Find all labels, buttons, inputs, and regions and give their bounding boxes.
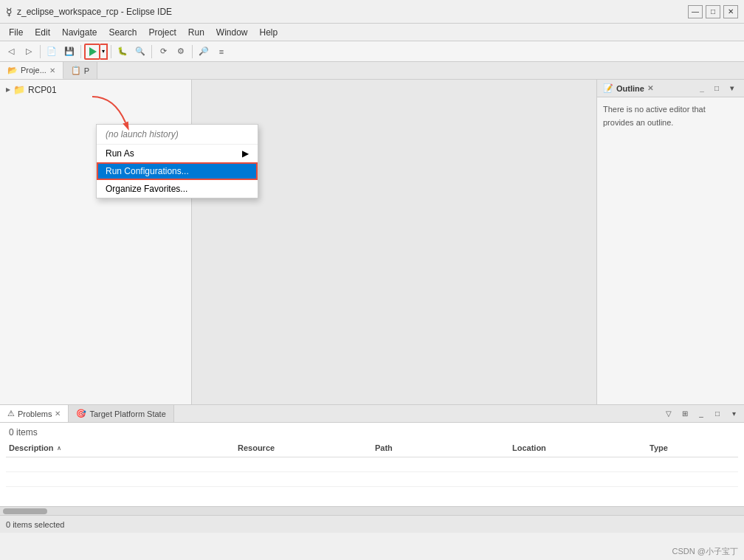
- menu-search[interactable]: Search: [103, 26, 142, 39]
- bottom-panel: ⚠ Problems ✕ 🎯 Target Platform State ▽ ⊞…: [0, 404, 744, 515]
- tab-p[interactable]: 📋 P: [63, 62, 97, 79]
- toolbar-save-btn[interactable]: 💾: [61, 44, 78, 60]
- col-description-label: Description: [9, 443, 54, 452]
- window-title: z_eclipse_workspace_rcp - Eclipse IDE: [17, 7, 688, 17]
- tab-projects-close[interactable]: ✕: [49, 66, 55, 75]
- col-resource-label: Resource: [238, 443, 275, 452]
- app-icon: ☿: [6, 6, 13, 18]
- run-dropdown-arrow[interactable]: ▾: [100, 44, 108, 60]
- toolbar-sep-5: [192, 45, 193, 58]
- menu-project[interactable]: Project: [142, 26, 182, 39]
- target-label: Target Platform State: [89, 409, 165, 418]
- col-path: Path: [372, 442, 509, 454]
- outline-panel-icons: _ □ ▾: [695, 82, 738, 95]
- toolbar-debug-btn[interactable]: 🐛: [114, 44, 131, 60]
- table-cell: [509, 457, 647, 471]
- outline-icon: 📝: [603, 83, 613, 93]
- outline-view-menu-btn[interactable]: ▾: [725, 82, 738, 95]
- col-type-label: Type: [650, 443, 668, 452]
- dropdown-run-config-label: Run Configurations...: [106, 166, 189, 176]
- table-cell: [647, 472, 738, 486]
- target-icon: 🎯: [76, 409, 86, 418]
- outline-title: Outline: [616, 84, 644, 93]
- col-description: Description ∧: [6, 442, 235, 454]
- table-cell: [509, 472, 647, 486]
- table-row: [6, 472, 738, 487]
- scrollbar-area[interactable]: [0, 506, 744, 515]
- sort-arrow-icon: ∧: [57, 445, 61, 452]
- run-button[interactable]: [84, 44, 100, 60]
- minimize-button[interactable]: —: [688, 5, 703, 18]
- toolbar-config-btn[interactable]: ⚙: [173, 44, 189, 60]
- col-location: Location: [509, 442, 647, 454]
- outline-maximize-btn[interactable]: □: [710, 82, 723, 95]
- menu-window[interactable]: Window: [210, 26, 254, 39]
- tree-arrow-icon: ▶: [6, 86, 10, 93]
- tree-item-rcp01[interactable]: ▶ 📁 RCP01: [0, 83, 191, 97]
- problems-label: Problems: [18, 409, 52, 418]
- problems-icon: ⚠: [7, 409, 15, 418]
- toolbar-sep-2: [80, 45, 81, 58]
- dropdown-organize-label: Organize Favorites...: [106, 184, 187, 194]
- tree-folder-icon: 📁: [13, 84, 25, 95]
- dropdown-run-as-label: Run As: [106, 148, 134, 159]
- toolbar-forward-btn[interactable]: ▷: [21, 44, 37, 60]
- bottom-minimize-btn[interactable]: _: [694, 407, 709, 421]
- bottom-tab-target[interactable]: 🎯 Target Platform State: [69, 405, 173, 422]
- outline-header: 📝 Outline ✕ _ □ ▾: [597, 80, 744, 97]
- close-button[interactable]: ✕: [723, 5, 738, 18]
- tab-projects-label: Proje...: [21, 66, 46, 75]
- scrollbar-thumb[interactable]: [3, 508, 47, 514]
- menu-bar: File Edit Navigate Search Project Run Wi…: [0, 24, 744, 41]
- maximize-button[interactable]: □: [706, 5, 720, 18]
- toolbar-back-btn[interactable]: ◁: [3, 44, 19, 60]
- tab-bar: 📂 Proje... ✕ 📋 P: [0, 62, 744, 80]
- bottom-content: 0 items Description ∧ Resource Path Loca…: [0, 423, 744, 506]
- bottom-view-menu-btn[interactable]: ▾: [726, 407, 741, 421]
- menu-run[interactable]: Run: [182, 26, 210, 39]
- toolbar-search2-btn[interactable]: 🔎: [196, 44, 212, 60]
- dropdown-no-history: (no launch history): [97, 125, 258, 145]
- menu-navigate[interactable]: Navigate: [56, 26, 103, 39]
- col-location-label: Location: [512, 443, 546, 452]
- outline-minimize-btn[interactable]: _: [695, 82, 709, 95]
- dropdown-run-as-arrow: ▶: [242, 148, 249, 159]
- status-text: 0 items selected: [6, 520, 64, 529]
- table-cell: [372, 472, 509, 486]
- menu-edit[interactable]: Edit: [29, 26, 56, 39]
- toolbar-list-btn[interactable]: ≡: [213, 44, 230, 60]
- table-cell: [6, 472, 235, 486]
- dropdown-run-as[interactable]: Run As ▶: [97, 145, 258, 162]
- toolbar-sep-1: [40, 45, 41, 58]
- bottom-tab-bar: ⚠ Problems ✕ 🎯 Target Platform State ▽ ⊞…: [0, 405, 744, 423]
- problems-close[interactable]: ✕: [55, 409, 61, 418]
- watermark: CSDN @小子宝丁: [672, 546, 738, 557]
- table-cell: [235, 472, 372, 486]
- dropdown-organize-favorites[interactable]: Organize Favorites...: [97, 180, 258, 198]
- tree-item-rcp01-label: RCP01: [28, 85, 57, 95]
- group-btn[interactable]: ⊞: [678, 407, 692, 421]
- bottom-maximize-btn[interactable]: □: [710, 407, 725, 421]
- tab-projects[interactable]: 📂 Proje... ✕: [0, 62, 63, 79]
- filter-btn[interactable]: ▽: [661, 407, 676, 421]
- toolbar-new-btn[interactable]: 📄: [44, 44, 60, 60]
- menu-help[interactable]: Help: [254, 26, 284, 39]
- col-resource: Resource: [235, 442, 372, 454]
- dropdown-run-configurations[interactable]: Run Configurations...: [97, 162, 258, 180]
- toolbar-search-btn[interactable]: 🔍: [132, 44, 148, 60]
- outline-panel: 📝 Outline ✕ _ □ ▾ There is no active edi…: [596, 80, 744, 404]
- bottom-tab-problems[interactable]: ⚠ Problems ✕: [0, 405, 69, 422]
- outline-close[interactable]: ✕: [647, 84, 653, 92]
- col-path-label: Path: [375, 443, 393, 452]
- menu-file[interactable]: File: [3, 26, 29, 39]
- tab-p-icon: 📋: [71, 66, 81, 75]
- outline-content: There is no active editor that provides …: [597, 97, 744, 135]
- table-cell: [6, 457, 235, 471]
- toolbar-refresh-btn[interactable]: ⟳: [155, 44, 171, 60]
- items-count: 0 items: [6, 426, 738, 439]
- tab-p-label: P: [84, 66, 89, 75]
- main-layout: ▶ 📁 RCP01 📝 Outline ✕ _ □ ▾ There is no …: [0, 80, 744, 404]
- table-header: Description ∧ Resource Path Location Typ…: [6, 439, 738, 457]
- title-bar: ☿ z_eclipse_workspace_rcp - Eclipse IDE …: [0, 0, 744, 24]
- run-button-container: ▾: [84, 44, 108, 60]
